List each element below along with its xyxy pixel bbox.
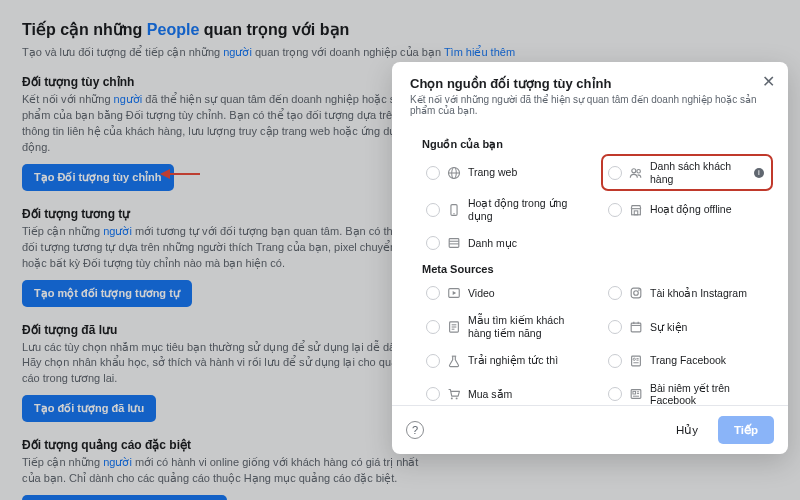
globe-icon [447, 166, 461, 180]
source-label: Trải nghiệm tức thì [468, 354, 558, 367]
svg-point-6 [637, 169, 641, 173]
listing-icon [629, 387, 643, 401]
instagram-icon [629, 286, 643, 300]
source-option[interactable]: Bài niêm yết trên Facebook [604, 379, 770, 405]
source-label: Hoạt động trong ứng dụng [468, 197, 584, 222]
cart-icon [447, 387, 461, 401]
svg-rect-23 [631, 323, 641, 332]
radio-icon [608, 203, 622, 217]
custom-audience-source-modal: Chọn nguồn đối tượng tùy chỉnh Kết nối v… [392, 62, 788, 454]
source-option[interactable]: Trang Facebook [604, 349, 770, 373]
cancel-button[interactable]: Hủy [666, 417, 708, 443]
source-option[interactable]: Video [422, 281, 588, 305]
svg-rect-10 [634, 211, 638, 215]
source-label: Hoạt động offline [650, 203, 732, 216]
source-group-title: Meta Sources [422, 263, 770, 275]
modal-header: Chọn nguồn đối tượng tùy chỉnh Kết nối v… [392, 62, 788, 122]
radio-icon [426, 387, 440, 401]
source-label: Sự kiện [650, 321, 687, 334]
close-button[interactable]: ✕ [758, 72, 778, 92]
source-label: Trang web [468, 166, 517, 179]
svg-point-8 [453, 213, 454, 214]
radio-icon [426, 286, 440, 300]
source-group-title: Nguồn của bạn [422, 138, 770, 151]
source-label: Tài khoản Instagram [650, 287, 747, 300]
source-label: Mẫu tìm kiếm khách hàng tiềm năng [468, 314, 584, 339]
source-grid: Trang webDanh sách khách hàngiHoạt động … [422, 157, 770, 255]
modal-body: Nguồn của bạnTrang webDanh sách khách hà… [392, 122, 788, 405]
svg-rect-28 [632, 356, 641, 366]
radio-icon [426, 236, 440, 250]
source-option[interactable]: Mua sắm [422, 379, 588, 405]
page-icon [629, 354, 643, 368]
users-icon [629, 166, 643, 180]
source-label: Mua sắm [468, 388, 512, 401]
radio-icon [608, 387, 622, 401]
radio-icon [426, 320, 440, 334]
source-option[interactable]: Trải nghiệm tức thì [422, 349, 588, 373]
source-label: Trang Facebook [650, 354, 726, 367]
modal-title: Chọn nguồn đối tượng tùy chỉnh [410, 76, 772, 91]
flask-icon [447, 354, 461, 368]
radio-icon [426, 203, 440, 217]
svg-marker-15 [453, 291, 457, 295]
radio-icon [608, 286, 622, 300]
source-label: Danh mục [468, 237, 517, 250]
play-icon [447, 286, 461, 300]
info-icon[interactable]: i [754, 168, 764, 178]
phone-icon [447, 203, 461, 217]
source-option[interactable]: Mẫu tìm kiếm khách hàng tiềm năng [422, 311, 588, 342]
source-option[interactable]: Hoạt động offline [604, 194, 770, 225]
source-label: Danh sách khách hàng [650, 160, 745, 185]
source-option[interactable]: Danh mục [422, 231, 588, 255]
close-icon: ✕ [762, 73, 775, 90]
modal-footer: ? Hủy Tiếp [392, 405, 788, 454]
svg-rect-9 [632, 208, 641, 214]
source-option[interactable]: Danh sách khách hàngi [604, 157, 770, 188]
radio-icon [426, 354, 440, 368]
radio-icon [608, 320, 622, 334]
source-option[interactable]: Trang web [422, 157, 588, 188]
calendar-icon [629, 320, 643, 334]
help-icon[interactable]: ? [406, 421, 424, 439]
svg-point-34 [456, 398, 458, 400]
catalog-icon [447, 236, 461, 250]
radio-icon [608, 166, 622, 180]
form-icon [447, 320, 461, 334]
modal-subtitle: Kết nối với những người đã thể hiện sự q… [410, 94, 772, 116]
store-icon [629, 203, 643, 217]
svg-rect-36 [633, 392, 636, 395]
svg-rect-11 [449, 239, 459, 248]
svg-point-5 [632, 168, 636, 172]
source-option[interactable]: Tài khoản Instagram [604, 281, 770, 305]
svg-point-17 [634, 291, 639, 296]
next-button[interactable]: Tiếp [718, 416, 774, 444]
source-option[interactable]: Hoạt động trong ứng dụng [422, 194, 588, 225]
source-label: Video [468, 287, 495, 300]
radio-icon [426, 166, 440, 180]
source-option[interactable]: Sự kiện [604, 311, 770, 342]
svg-point-33 [451, 398, 453, 400]
radio-icon [608, 354, 622, 368]
source-label: Bài niêm yết trên Facebook [650, 382, 766, 405]
svg-point-18 [638, 290, 640, 292]
source-grid: VideoTài khoản InstagramMẫu tìm kiếm khá… [422, 281, 770, 405]
svg-point-29 [633, 358, 635, 360]
